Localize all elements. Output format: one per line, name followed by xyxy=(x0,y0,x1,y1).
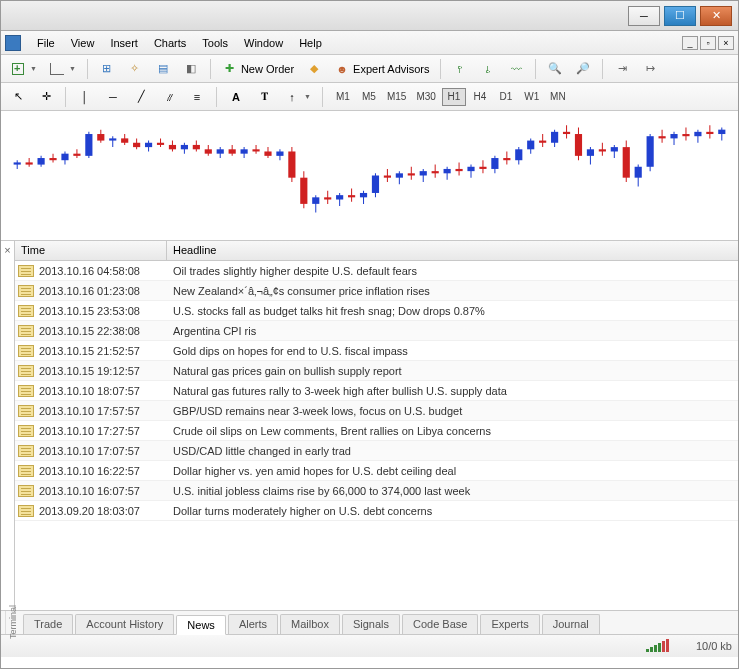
fibonacci-button[interactable]: ≡ xyxy=(186,87,208,107)
expert-advisors-button[interactable]: ☻ Expert Advisors xyxy=(331,59,432,79)
text-label-button[interactable]: 𝐓 xyxy=(253,87,275,107)
terminal-tabs: Terminal TradeAccount HistoryNewsAlertsM… xyxy=(1,611,738,635)
tab-alerts[interactable]: Alerts xyxy=(228,614,278,634)
timeframe-w1[interactable]: W1 xyxy=(520,88,544,106)
tab-news[interactable]: News xyxy=(176,615,226,635)
news-row[interactable]: 2013.10.10 16:07:57U.S. initial jobless … xyxy=(15,481,738,501)
svg-rect-3 xyxy=(26,162,33,164)
svg-rect-35 xyxy=(217,149,224,153)
news-icon xyxy=(18,285,34,297)
status-bar: 10/0 kb xyxy=(1,635,738,657)
news-row[interactable]: 2013.10.15 21:52:57Gold dips on hopes fo… xyxy=(15,341,738,361)
news-row[interactable]: 2013.10.10 17:27:57Crude oil slips on Le… xyxy=(15,421,738,441)
timeframe-h1[interactable]: H1 xyxy=(442,88,466,106)
news-row[interactable]: 2013.10.16 01:23:08New Zealand×´â‚¬â„¢s … xyxy=(15,281,738,301)
svg-rect-15 xyxy=(97,134,104,141)
news-row[interactable]: 2013.10.10 16:22:57Dollar higher vs. yen… xyxy=(15,461,738,481)
news-icon xyxy=(18,485,34,497)
title-bar: ─ ☐ ✕ xyxy=(1,1,738,31)
menu-window[interactable]: Window xyxy=(236,34,291,52)
zoom-out-button[interactable]: 🔎 xyxy=(572,59,594,79)
tab-experts[interactable]: Experts xyxy=(480,614,539,634)
svg-rect-69 xyxy=(420,171,427,175)
vertical-line-button[interactable]: │ xyxy=(74,87,96,107)
news-row[interactable]: 2013.10.10 17:07:57USD/CAD little change… xyxy=(15,441,738,461)
new-chart-button[interactable]: ▼ xyxy=(7,59,40,79)
svg-rect-41 xyxy=(252,149,259,151)
svg-rect-17 xyxy=(109,138,116,140)
news-icon xyxy=(18,425,34,437)
svg-rect-93 xyxy=(563,132,570,134)
svg-rect-31 xyxy=(193,145,200,149)
minimize-button[interactable]: ─ xyxy=(628,6,660,26)
timeframe-m15[interactable]: M15 xyxy=(383,88,410,106)
text-button[interactable]: A xyxy=(225,87,247,107)
bar-chart-button[interactable]: ⫯ xyxy=(449,59,471,79)
tab-signals[interactable]: Signals xyxy=(342,614,400,634)
menu-help[interactable]: Help xyxy=(291,34,330,52)
navigator-button[interactable]: ✧ xyxy=(124,59,146,79)
tab-journal[interactable]: Journal xyxy=(542,614,600,634)
svg-rect-91 xyxy=(551,132,558,143)
line-chart-button[interactable]: 〰 xyxy=(505,59,527,79)
maximize-button[interactable]: ☐ xyxy=(664,6,696,26)
news-headline: U.S. initial jobless claims rise by 66,0… xyxy=(167,485,738,497)
timeframe-m30[interactable]: M30 xyxy=(412,88,439,106)
timeframe-m5[interactable]: M5 xyxy=(357,88,381,106)
terminal-button[interactable]: ▤ xyxy=(152,59,174,79)
svg-rect-111 xyxy=(670,134,677,138)
chart-area[interactable] xyxy=(1,111,738,241)
tab-trade[interactable]: Trade xyxy=(23,614,73,634)
arrows-button[interactable]: ↑▼ xyxy=(281,87,314,107)
news-row[interactable]: 2013.10.10 18:07:57Natural gas futures r… xyxy=(15,381,738,401)
cursor-button[interactable]: ↖ xyxy=(7,87,29,107)
mdi-restore-button[interactable]: ▫ xyxy=(700,36,716,50)
svg-rect-113 xyxy=(682,134,689,136)
timeframe-d1[interactable]: D1 xyxy=(494,88,518,106)
channel-button[interactable]: ⫽ xyxy=(158,87,180,107)
timeframe-h4[interactable]: H4 xyxy=(468,88,492,106)
trendline-button[interactable]: ╱ xyxy=(130,87,152,107)
news-row[interactable]: 2013.09.20 18:03:07Dollar turns moderate… xyxy=(15,501,738,521)
svg-rect-55 xyxy=(336,195,343,199)
tab-code-base[interactable]: Code Base xyxy=(402,614,478,634)
timeframe-mn[interactable]: MN xyxy=(546,88,570,106)
news-headline: Gold dips on hopes for end to U.S. fisca… xyxy=(167,345,738,357)
mdi-minimize-button[interactable]: _ xyxy=(682,36,698,50)
tab-mailbox[interactable]: Mailbox xyxy=(280,614,340,634)
news-rows-container: 2013.10.16 04:58:08Oil trades slightly h… xyxy=(15,261,738,610)
strategy-tester-button[interactable]: ◧ xyxy=(180,59,202,79)
panel-close-button[interactable]: × xyxy=(1,241,15,610)
new-order-button[interactable]: ✚ New Order xyxy=(219,59,297,79)
traffic-status: 10/0 kb xyxy=(696,640,732,652)
column-header-headline[interactable]: Headline xyxy=(167,241,738,260)
menu-tools[interactable]: Tools xyxy=(194,34,236,52)
column-header-time[interactable]: Time xyxy=(15,241,167,260)
news-row[interactable]: 2013.10.16 04:58:08Oil trades slightly h… xyxy=(15,261,738,281)
crosshair-button[interactable]: ✛ xyxy=(35,87,57,107)
svg-rect-51 xyxy=(312,197,319,204)
market-watch-button[interactable]: ⊞ xyxy=(96,59,118,79)
candlestick-button[interactable]: ⫰ xyxy=(477,59,499,79)
meta-quotes-button[interactable]: ◆ xyxy=(303,59,325,79)
menu-view[interactable]: View xyxy=(63,34,103,52)
zoom-in-button[interactable]: 🔍 xyxy=(544,59,566,79)
news-row[interactable]: 2013.10.15 19:12:57Natural gas prices ga… xyxy=(15,361,738,381)
svg-rect-9 xyxy=(61,154,68,161)
svg-rect-85 xyxy=(515,149,522,160)
new-order-icon: ✚ xyxy=(222,61,238,77)
timeframe-m1[interactable]: M1 xyxy=(331,88,355,106)
close-button[interactable]: ✕ xyxy=(700,6,732,26)
menu-file[interactable]: File xyxy=(29,34,63,52)
news-row[interactable]: 2013.10.15 23:53:08U.S. stocks fall as b… xyxy=(15,301,738,321)
mdi-close-button[interactable]: × xyxy=(718,36,734,50)
menu-insert[interactable]: Insert xyxy=(102,34,146,52)
profiles-button[interactable]: ▼ xyxy=(46,59,79,79)
menu-charts[interactable]: Charts xyxy=(146,34,194,52)
tab-account-history[interactable]: Account History xyxy=(75,614,174,634)
auto-scroll-button[interactable]: ⇥ xyxy=(611,59,633,79)
news-row[interactable]: 2013.10.15 22:38:08Argentina CPI ris xyxy=(15,321,738,341)
news-row[interactable]: 2013.10.10 17:57:57GBP/USD remains near … xyxy=(15,401,738,421)
chart-shift-button[interactable]: ↦ xyxy=(639,59,661,79)
horizontal-line-button[interactable]: ─ xyxy=(102,87,124,107)
